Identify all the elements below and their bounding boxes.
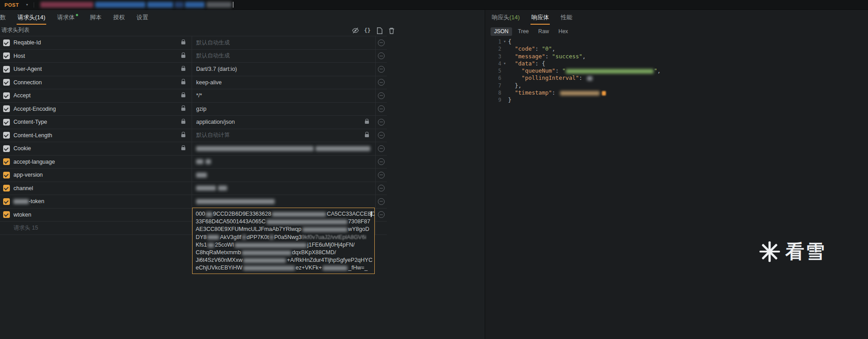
header-value-host[interactable]: 默认自动生成 bbox=[192, 50, 375, 63]
fold-arrow-icon[interactable]: ▾ bbox=[501, 60, 508, 67]
header-value-connection[interactable]: keep-alive bbox=[192, 76, 375, 89]
remove-header-button[interactable] bbox=[378, 119, 385, 126]
checkbox-accept[interactable] bbox=[3, 92, 10, 99]
method-select[interactable]: POST ▾ bbox=[4, 2, 28, 8]
redacted-json-value bbox=[566, 69, 653, 74]
checkbox-content-length[interactable] bbox=[3, 132, 10, 139]
header-name-connection[interactable]: Connection bbox=[13, 76, 192, 89]
header-name-user-agent[interactable]: User-Agent bbox=[13, 63, 192, 76]
braces-icon[interactable]: {} bbox=[364, 27, 371, 34]
header-name-new-header[interactable]: 请求头 15 bbox=[13, 222, 192, 235]
new-doc-icon[interactable] bbox=[376, 27, 383, 34]
header-value-accept-language[interactable] bbox=[192, 156, 375, 169]
header-name-text: Cookie bbox=[13, 145, 31, 152]
checkbox-app-version[interactable] bbox=[3, 172, 10, 178]
header-name-app-version[interactable]: app-version bbox=[13, 169, 192, 182]
value-placeholder: 默认自动生成 bbox=[196, 39, 230, 47]
tab-performance[interactable]: 性能 bbox=[555, 10, 578, 25]
json-token: "success" bbox=[552, 53, 583, 60]
view-tab-tree[interactable]: Tree bbox=[514, 27, 532, 36]
remove-header-button[interactable] bbox=[378, 39, 385, 46]
redacted-json-value bbox=[602, 91, 606, 96]
tab-script[interactable]: 脚本 bbox=[84, 10, 107, 25]
wtoken-line: AE3CC80E9XFUMmcULJFmaAb7YRlwqpwY8goD bbox=[196, 226, 371, 233]
remove-header-button[interactable] bbox=[378, 79, 385, 86]
checkbox-channel[interactable] bbox=[3, 185, 10, 191]
tab-response-headers[interactable]: 响应头(14) bbox=[486, 10, 526, 25]
header-value-accept-encoding[interactable]: gzip bbox=[192, 103, 375, 116]
header-name-app-token[interactable]: -token bbox=[13, 195, 192, 208]
remove-header-button[interactable] bbox=[378, 92, 385, 99]
redacted-token-segment bbox=[242, 235, 246, 239]
checkbox-connection[interactable] bbox=[3, 79, 10, 86]
checkbox-user-agent[interactable] bbox=[3, 66, 10, 73]
view-tab-raw[interactable]: Raw bbox=[535, 27, 552, 36]
checkbox-content-type[interactable] bbox=[3, 119, 10, 126]
remove-header-button[interactable] bbox=[378, 172, 385, 178]
header-name-content-type[interactable]: Content-Type bbox=[13, 116, 192, 129]
request-topbar: POST ▾ bbox=[0, 0, 868, 10]
indent bbox=[508, 45, 515, 52]
header-row-channel: channel bbox=[0, 182, 387, 196]
header-value-app-token[interactable] bbox=[192, 195, 375, 208]
header-name-cookie[interactable]: Cookie bbox=[13, 142, 192, 155]
checkbox-accept-encoding[interactable] bbox=[3, 105, 10, 112]
lock-icon bbox=[181, 81, 185, 84]
remove-header-button[interactable] bbox=[378, 185, 385, 191]
header-name-reqable-id[interactable]: Reqable-Id bbox=[13, 36, 192, 49]
line-number: 3 bbox=[485, 53, 501, 60]
header-value-cookie[interactable] bbox=[192, 142, 375, 155]
code-line: 1▾{ bbox=[485, 38, 868, 45]
header-name-accept[interactable]: Accept bbox=[13, 89, 192, 102]
header-value-reqable-id[interactable]: 默认自动生成 bbox=[192, 36, 375, 49]
token-text: dPP7K0t bbox=[247, 234, 269, 240]
header-name-accept-encoding[interactable]: Accept-Encoding bbox=[13, 103, 192, 116]
checkbox-cookie[interactable] bbox=[3, 145, 10, 152]
header-name-content-length[interactable]: Content-Length bbox=[13, 129, 192, 142]
checkbox-accept-language[interactable] bbox=[3, 158, 10, 165]
tab-auth[interactable]: 授权 bbox=[107, 10, 131, 25]
tab-request-headers[interactable]: 请求头(14) bbox=[12, 10, 51, 25]
fold-arrow-icon[interactable]: ▾ bbox=[501, 38, 508, 45]
header-row-app-token: -token bbox=[0, 195, 387, 209]
url-input[interactable] bbox=[40, 0, 232, 10]
header-name-wtoken[interactable]: wtoken bbox=[13, 209, 192, 222]
value-placeholder: 默认自动生成 bbox=[196, 52, 230, 60]
header-value-accept[interactable]: */* bbox=[192, 89, 375, 102]
tab-response-body[interactable]: 响应体 bbox=[526, 10, 555, 25]
remove-header-button[interactable] bbox=[378, 158, 385, 165]
header-value-content-length[interactable]: 默认自动计算 bbox=[192, 129, 375, 142]
remove-header-button[interactable] bbox=[378, 145, 385, 152]
checkbox-host[interactable] bbox=[3, 52, 10, 59]
header-row-reqable-id: Reqable-Id默认自动生成 bbox=[0, 36, 387, 50]
checkbox-app-token[interactable] bbox=[3, 198, 10, 205]
tab-request-body[interactable]: 请求体 bbox=[51, 10, 84, 25]
remove-header-button[interactable] bbox=[378, 52, 385, 59]
remove-header-button[interactable] bbox=[378, 198, 385, 205]
remove-header-button[interactable] bbox=[378, 105, 385, 112]
code-text: { bbox=[508, 38, 512, 45]
view-tab-hex[interactable]: Hex bbox=[555, 27, 571, 36]
eye-off-icon[interactable] bbox=[351, 27, 359, 34]
header-name-host[interactable]: Host bbox=[13, 50, 192, 63]
tab-params[interactable]: 参数 bbox=[0, 10, 12, 25]
tab-label: 参数 bbox=[0, 13, 6, 22]
header-name-channel[interactable]: channel bbox=[13, 182, 192, 195]
checkbox-reqable-id[interactable] bbox=[3, 39, 10, 46]
wtoken-value-editor[interactable]: 0009CCD2B6D9E3363628CA5CC33ACCE8D4C33F68… bbox=[192, 208, 375, 274]
remove-header-button[interactable] bbox=[378, 211, 385, 218]
remove-header-button[interactable] bbox=[378, 66, 385, 73]
header-value-user-agent[interactable]: Dart/3.7 (dart:io) bbox=[192, 63, 375, 76]
header-name-accept-language[interactable]: accept-language bbox=[13, 156, 192, 169]
header-value-app-version[interactable] bbox=[192, 169, 375, 182]
remove-header-button[interactable] bbox=[378, 132, 385, 139]
token-text: dqxBKpX88CMD/ bbox=[292, 249, 336, 256]
trash-icon[interactable] bbox=[388, 27, 395, 34]
header-row-accept-encoding: Accept-Encodinggzip bbox=[0, 103, 387, 116]
header-value-content-type[interactable]: application/json bbox=[192, 116, 375, 129]
view-tab-json[interactable]: JSON bbox=[491, 27, 512, 36]
checkbox-wtoken[interactable] bbox=[3, 211, 10, 218]
tab-settings[interactable]: 设置 bbox=[131, 10, 154, 25]
header-value-channel[interactable] bbox=[192, 182, 375, 195]
json-token: " bbox=[654, 67, 658, 74]
